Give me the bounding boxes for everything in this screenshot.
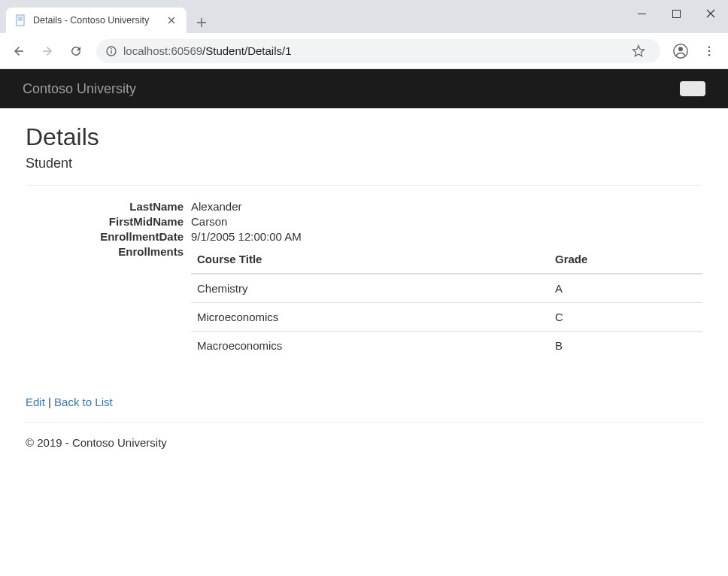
table-header-row: Course Title Grade <box>191 245 702 274</box>
browser-chrome: Details - Contoso University <box>0 0 728 69</box>
navbar-brand[interactable]: Contoso University <box>23 81 136 97</box>
navbar-toggle-button[interactable] <box>680 81 705 96</box>
student-detail-list: LastName Alexander FirstMidName Carson E… <box>26 199 702 359</box>
page-content: Contoso University Details Student LastN… <box>0 69 728 464</box>
new-tab-button[interactable] <box>191 12 212 33</box>
svg-point-9 <box>678 47 683 51</box>
tab-close-button[interactable] <box>165 14 177 26</box>
window-controls <box>624 2 728 26</box>
back-button[interactable] <box>6 38 32 64</box>
url-port: 60569 <box>171 44 202 57</box>
th-course-title: Course Title <box>191 245 549 274</box>
cell-grade: B <box>549 332 702 360</box>
enrollments-table: Course Title Grade ChemistryAMicroeconom… <box>191 245 702 359</box>
edit-link[interactable]: Edit <box>26 396 45 408</box>
cell-course: Chemistry <box>191 274 549 303</box>
cell-course: Microeconomics <box>191 303 549 332</box>
svg-rect-6 <box>111 50 111 53</box>
url-text: localhost:60569/Student/Details/1 <box>123 44 620 57</box>
link-separator: | <box>45 396 54 408</box>
address-bar[interactable]: localhost:60569/Student/Details/1 <box>96 39 660 63</box>
maximize-button[interactable] <box>659 2 693 25</box>
tab-title: Details - Contoso University <box>33 15 159 26</box>
footer-text: © 2019 - Contoso University <box>26 436 702 449</box>
page-subtitle: Student <box>26 156 702 171</box>
back-to-list-link[interactable]: Back to List <box>54 396 113 408</box>
svg-rect-4 <box>672 10 680 17</box>
table-row: ChemistryA <box>191 274 702 303</box>
bookmark-star-icon[interactable] <box>626 38 651 64</box>
divider <box>26 185 702 186</box>
info-icon[interactable] <box>105 45 117 57</box>
browser-toolbar: localhost:60569/Student/Details/1 <box>0 33 728 69</box>
browser-tab[interactable]: Details - Contoso University <box>6 8 187 33</box>
svg-point-10 <box>708 46 711 48</box>
footer-divider <box>26 422 702 423</box>
label-lastname: LastName <box>26 199 184 213</box>
page-title: Details <box>26 123 702 151</box>
svg-point-11 <box>708 50 711 52</box>
minimize-button[interactable] <box>624 2 659 25</box>
page-favicon-icon <box>15 14 27 26</box>
value-firstmidname: Carson <box>191 214 702 228</box>
close-window-button[interactable] <box>693 2 728 25</box>
action-links: Edit | Back to List <box>26 396 702 408</box>
cell-grade: C <box>549 303 702 332</box>
svg-rect-7 <box>111 48 111 49</box>
profile-button[interactable] <box>668 38 693 64</box>
th-grade: Grade <box>549 245 702 274</box>
site-navbar: Contoso University <box>0 69 728 108</box>
label-enrollmentdate: EnrollmentDate <box>26 229 184 243</box>
label-enrollments: Enrollments <box>26 244 184 359</box>
value-lastname: Alexander <box>191 199 702 213</box>
url-path: /Student/Details/1 <box>202 44 291 57</box>
kebab-menu-icon[interactable] <box>696 38 722 64</box>
cell-grade: A <box>549 274 702 303</box>
value-enrollments: Course Title Grade ChemistryAMicroeconom… <box>191 244 702 359</box>
reload-button[interactable] <box>63 38 89 64</box>
value-enrollmentdate: 9/1/2005 12:00:00 AM <box>191 229 702 243</box>
svg-point-12 <box>708 53 711 56</box>
label-firstmidname: FirstMidName <box>26 214 184 228</box>
table-row: MicroeconomicsC <box>191 303 702 332</box>
url-host: localhost: <box>123 44 171 57</box>
tab-strip: Details - Contoso University <box>0 0 624 33</box>
table-row: MacroeconomicsB <box>191 332 702 360</box>
main-container: Details Student LastName Alexander First… <box>0 108 728 464</box>
forward-button[interactable] <box>35 38 60 64</box>
cell-course: Macroeconomics <box>191 332 549 360</box>
titlebar: Details - Contoso University <box>0 0 728 33</box>
